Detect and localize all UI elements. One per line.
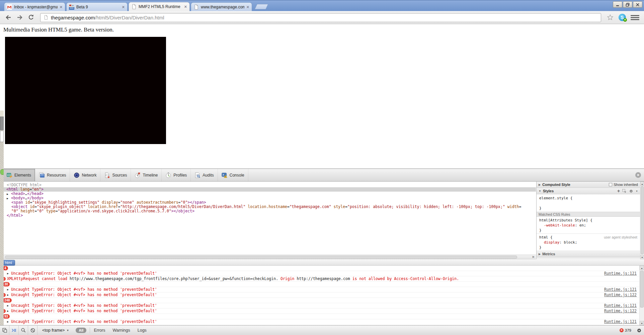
new-tab-button[interactable] (254, 4, 268, 9)
element-state-icon[interactable] (622, 189, 627, 193)
clear-icon (30, 328, 35, 333)
skype-extension-icon[interactable]: + (619, 14, 626, 21)
scroll-down-icon[interactable]: ▼ (640, 321, 644, 325)
css-property[interactable]: -webkit-locale: en; (539, 223, 637, 228)
scroll-up-icon[interactable]: ▲ (640, 266, 644, 270)
scrollbar-thumb[interactable] (640, 271, 644, 308)
error-count-indicator[interactable]: ✕ 379 (620, 328, 631, 332)
source-link[interactable]: Runtime.js:121 (604, 320, 644, 324)
metrics-header[interactable]: ▶ Metrics (537, 251, 640, 257)
source-link[interactable]: Runtime.js:122 (604, 309, 644, 313)
element-node[interactable]: "0" height="0" type="application/x-vnd.s… (0, 209, 536, 213)
close-window-button[interactable] (633, 1, 642, 8)
element-node[interactable]: <!DOCTYPE html> (0, 183, 536, 187)
titlebar[interactable]: Inbox - knpmaster@gmail.co ✕ Beta 9 ✕ MM… (0, 0, 644, 11)
devtools-close-button[interactable]: ✕ (635, 172, 641, 178)
clear-console-button[interactable] (28, 326, 37, 335)
filter-all-pill[interactable]: All (76, 328, 86, 333)
scroll-down-icon[interactable]: ▼ (640, 255, 644, 259)
expand-icon[interactable]: ▶ (7, 287, 11, 292)
panel-tab-profiles[interactable]: Profiles (162, 169, 191, 181)
filter-logs[interactable]: Logs (138, 328, 147, 333)
search-button[interactable] (19, 326, 28, 335)
back-button[interactable] (3, 13, 13, 22)
source-link[interactable]: Runtime.js:122 (604, 293, 644, 297)
scrollbar-thumb[interactable] (641, 186, 644, 254)
panel-tab-label: Resources (47, 173, 66, 178)
bookmark-star-button[interactable] (605, 13, 615, 22)
url-path: /html5/DiverDan/DiverDan.html (95, 15, 164, 20)
console-message-text: Uncaught TypeError: Object #<vf> has no … (11, 309, 157, 313)
console-messages: 4▶Uncaught TypeError: Object #<vf> has n… (0, 266, 644, 325)
panel-tab-elements[interactable]: Elements (3, 169, 35, 181)
elements-horizontal-scrollbar[interactable]: ◀ ▶ (0, 255, 536, 259)
panel-tab-network[interactable]: Network (70, 169, 100, 181)
show-console-button[interactable] (9, 326, 18, 335)
expand-icon[interactable]: ▶ (7, 293, 11, 297)
restore-button[interactable] (623, 1, 632, 8)
new-style-rule-icon[interactable]: + (617, 188, 620, 194)
scroll-up-icon[interactable]: ▲ (640, 182, 644, 186)
panel-tab-console[interactable]: Console (218, 169, 248, 181)
panel-tab-timeline[interactable]: Timeline (131, 169, 162, 181)
settings-button[interactable] (634, 326, 644, 335)
game-canvas[interactable] (5, 37, 166, 144)
source-link[interactable]: Runtime.js:121 (604, 287, 644, 292)
collapsed-icon[interactable]: ▶ (539, 253, 541, 256)
element-style-block[interactable]: element.style { } (537, 194, 640, 212)
address-bar[interactable]: thegamespage.com/html5/DiverDan/DiverDan… (40, 13, 601, 22)
expand-icon[interactable]: ▶ (7, 309, 11, 313)
breadcrumb: html (0, 259, 644, 266)
sidebar-scrollbar[interactable]: ▲ ▼ (640, 182, 644, 259)
expand-icon[interactable]: ▶ (7, 271, 11, 276)
source-link[interactable]: Runtime.js:121 (604, 271, 644, 276)
chrome-menu-button[interactable] (631, 14, 639, 21)
breadcrumb-html-crumb[interactable]: html (2, 260, 15, 266)
element-node[interactable]: ▶<head>…</head> (0, 192, 536, 196)
computed-style-header[interactable]: ▶ Computed Style Show inherited (537, 182, 640, 188)
css-rule[interactable]: html[Attributes Style] { -webkit-locale:… (537, 217, 640, 234)
metrics-label: Metrics (542, 252, 555, 256)
styles-header[interactable]: ▼ Styles + ▼ (537, 188, 640, 194)
show-inherited-checkbox[interactable] (609, 183, 612, 186)
element-node[interactable]: ▼<html lang="en"> (0, 187, 536, 192)
console-scrollbar[interactable]: ▲ ▼ (639, 266, 644, 325)
expand-icon[interactable]: ▶ (7, 320, 11, 324)
filter-warnings[interactable]: Warnings (112, 328, 130, 333)
reload-button[interactable] (26, 13, 36, 22)
show-inherited-control[interactable]: Show inherited (609, 183, 638, 187)
scroll-right-icon[interactable]: ▶ (531, 255, 536, 259)
tab-gmail[interactable]: Inbox - knpmaster@gmail.co ✕ (4, 2, 65, 11)
tab-title: www.thegamespage.com/tg (201, 5, 244, 9)
tab-close-icon[interactable]: ✕ (246, 5, 249, 9)
css-property[interactable]: display: block; (539, 240, 637, 245)
panel-tab-resources[interactable]: Resources (35, 169, 70, 181)
tab-mmf2-runtime-active[interactable]: MMF2 HTML5 Runtime ✕ (129, 2, 190, 11)
source-link[interactable]: Runtime.js:121 (604, 304, 644, 308)
css-rule[interactable]: user agent stylesheethtml { display: blo… (537, 234, 640, 251)
chevron-down-icon[interactable]: ▼ (636, 190, 638, 192)
twisty-icon[interactable]: ▶ (7, 196, 11, 201)
devtools-panel: Elements Resources Network Sources Timel… (0, 169, 644, 335)
property-name: -webkit-locale (544, 223, 575, 227)
panel-tab-audits[interactable]: Audits (191, 169, 218, 181)
tab-close-icon[interactable]: ✕ (184, 5, 187, 8)
tab-thegamespage[interactable]: www.thegamespage.com/tg ✕ (191, 2, 252, 11)
tab-close-icon[interactable]: ✕ (60, 5, 63, 9)
panel-tab-sources[interactable]: Sources (100, 169, 131, 181)
element-style-open: element.style { (539, 196, 637, 201)
frame-selector[interactable]: <top frame> ▼ (42, 328, 69, 333)
tab-beta9[interactable]: Beta 9 ✕ (66, 2, 128, 11)
minimize-button[interactable] (613, 1, 622, 8)
console-message: ✕XMLHttpRequest cannot load http://www.t… (0, 276, 644, 282)
element-node[interactable]: </html> (0, 213, 536, 218)
expand-icon[interactable]: ▶ (7, 304, 11, 308)
collapsed-icon[interactable]: ▶ (539, 183, 541, 186)
forward-button[interactable] (15, 13, 25, 22)
scrollbar-thumb[interactable] (5, 256, 517, 259)
filter-errors[interactable]: Errors (94, 328, 105, 333)
dock-side-button[interactable] (0, 326, 9, 335)
expanded-icon[interactable]: ▼ (539, 190, 541, 193)
tab-close-icon[interactable]: ✕ (122, 5, 125, 9)
gear-icon[interactable] (629, 189, 633, 193)
